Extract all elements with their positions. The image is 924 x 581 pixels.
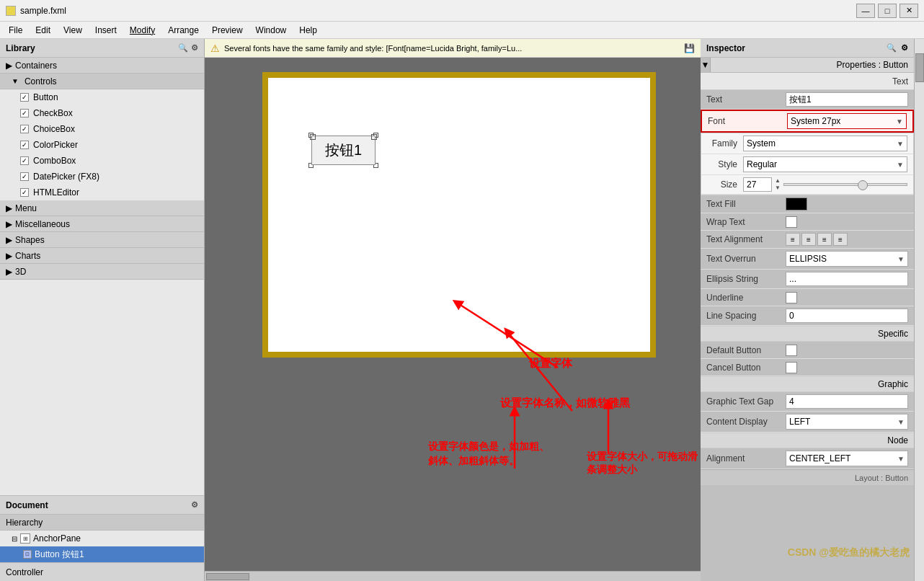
inspector-arrow[interactable]: ▼ [701,58,711,72]
hierarchy-anchorpane[interactable]: ⊟ ⊞ AnchorPane [0,531,204,546]
close-button[interactable]: ✕ [899,4,918,18]
menu-insert[interactable]: Insert [89,24,123,37]
canvas-button[interactable]: 按钮1 [311,136,376,165]
menu-preview[interactable]: Preview [206,24,249,37]
font-dropdown[interactable]: System 27px ▼ [787,113,907,129]
size-down-arrow[interactable]: ▼ [775,185,781,192]
section-shapes[interactable]: ▶ Shapes [0,232,204,248]
menu-view[interactable]: View [58,24,88,37]
canvas-white: 按钮1 [268,78,650,352]
library-item-button[interactable]: ✓ Button [0,89,204,105]
inspector-scrollbar[interactable] [914,39,924,581]
font-style-dropdown[interactable]: Regular ▼ [743,156,907,172]
size-up-arrow[interactable]: ▲ [775,177,781,185]
graphic-text-gap-input[interactable] [786,394,908,409]
line-spacing-input[interactable] [786,309,908,323]
library-item-htmleditor[interactable]: ✓ HTMLEditor [0,185,204,200]
menu-file[interactable]: File [3,24,28,37]
text-overrun-dropdown[interactable]: ELLIPSIS ▼ [786,251,908,267]
content-display-label: Content Display [706,417,786,427]
node-section-label: Node [701,433,914,448]
align-justify-btn[interactable]: ≡ [833,233,848,246]
ellipsis-string-label: Ellipsis String [706,274,786,284]
hierarchy-button[interactable]: ⊡ Button 按钮1 [0,546,204,562]
cancel-button-checkbox[interactable] [786,362,797,373]
document-settings-icon[interactable]: ⚙ [191,500,198,510]
checkbox-label: CheckBox [33,108,73,118]
text-input[interactable] [786,92,908,107]
default-button-checkbox[interactable] [786,345,797,356]
menu-edit[interactable]: Edit [30,24,56,37]
font-family-dropdown[interactable]: System ▼ [743,136,907,151]
wrap-text-value [786,216,908,228]
font-size-value: ▲ ▼ [743,177,907,192]
prop-line-spacing: Line Spacing [701,306,914,326]
document-section: Document ⚙ Hierarchy ⊟ ⊞ AnchorPane ⊡ Bu… [0,495,204,581]
canvas-scrollbar[interactable] [205,571,701,581]
section-containers[interactable]: ▶ Containers [0,58,204,74]
datepicker-label: DatePicker (FX8) [33,172,99,182]
document-header: Document ⚙ [0,496,204,515]
canvas-content[interactable]: 按钮1 [205,58,701,571]
library-item-combobox[interactable]: ✓ ComboBox [0,153,204,169]
section-menu[interactable]: ▶ Menu [0,200,204,216]
shapes-arrow: ▶ [6,235,12,245]
inspector-search-icon[interactable]: 🔍 [887,43,897,53]
font-style-text: Regular [747,159,777,169]
size-slider[interactable] [783,183,907,186]
prop-text-fill: Text Fill [701,195,914,213]
align-center-btn[interactable]: ≡ [801,233,816,246]
warning-text: Several fonts have the same family and s… [224,44,680,53]
maximize-button[interactable]: □ [878,4,897,18]
size-slider-thumb[interactable] [858,180,868,190]
checkbox-checkbox: ✓ [20,109,29,117]
ellipsis-string-input[interactable] [786,272,908,286]
text-fill-color[interactable] [786,198,807,210]
section-misc[interactable]: ▶ Miscellaneous [0,216,204,232]
menu-help[interactable]: Help [293,24,323,37]
canvas-button-wrapper: 按钮1 [311,136,376,165]
section-controls[interactable]: ▼ Controls [0,74,204,89]
menu-window[interactable]: Window [250,24,293,37]
hierarchy-section: Hierarchy [0,515,204,531]
library-settings-icon[interactable]: ⚙ [191,43,198,53]
controller-label: Controller [6,567,43,577]
library-item-checkbox[interactable]: ✓ CheckBox [0,105,204,121]
content-display-dropdown[interactable]: LEFT ▼ [786,414,908,430]
menu-arrange[interactable]: Arrange [162,24,205,37]
inspector-nav: ▼ Properties : Button [701,58,914,73]
combobox-label: ComboBox [33,156,76,166]
underline-checkbox[interactable] [786,292,797,303]
scrollbar-thumb[interactable] [206,573,249,580]
text-overrun-value: ELLIPSIS ▼ [786,251,908,267]
controls-arrow: ▼ [12,77,19,85]
font-value-text: System 27px [791,116,840,126]
menu-modify[interactable]: Modify [124,24,161,37]
htmleditor-checkbox: ✓ [20,188,29,197]
menu-section-label: Menu [15,203,37,213]
library-item-choicebox[interactable]: ✓ ChoiceBox [0,121,204,137]
save-icon[interactable]: 💾 [684,43,695,53]
right-panel-wrapper: Inspector 🔍 ⚙ ▼ Properties : Button Text… [701,39,924,581]
alignment-dropdown[interactable]: CENTER_LEFT ▼ [786,451,908,466]
section-charts[interactable]: ▶ Charts [0,248,204,264]
library-item-datepicker[interactable]: ✓ DatePicker (FX8) [0,169,204,185]
charts-label: Charts [15,251,40,261]
charts-arrow: ▶ [6,251,12,261]
section-3d[interactable]: ▶ 3D [0,264,204,280]
inspector-settings-icon[interactable]: ⚙ [901,43,908,53]
inspector-scrollbar-thumb[interactable] [915,53,924,82]
minimize-button[interactable]: — [856,4,875,18]
library-search-icon[interactable]: 🔍 [178,43,188,53]
size-input[interactable] [743,177,772,192]
alignment-buttons: ≡ ≡ ≡ ≡ [786,233,908,246]
canvas-area: ⚠ Several fonts have the same family and… [205,39,701,581]
align-left-btn[interactable]: ≡ [786,233,800,246]
graphic-text-gap-value [786,394,908,409]
align-right-btn[interactable]: ≡ [817,233,832,246]
containers-label: Containers [15,61,57,71]
wrap-text-checkbox[interactable] [786,216,797,228]
button-node-icon: ⊡ [23,550,32,559]
library-item-colorpicker[interactable]: ✓ ColorPicker [0,137,204,153]
title-bar: sample.fxml — □ ✕ [0,0,924,22]
